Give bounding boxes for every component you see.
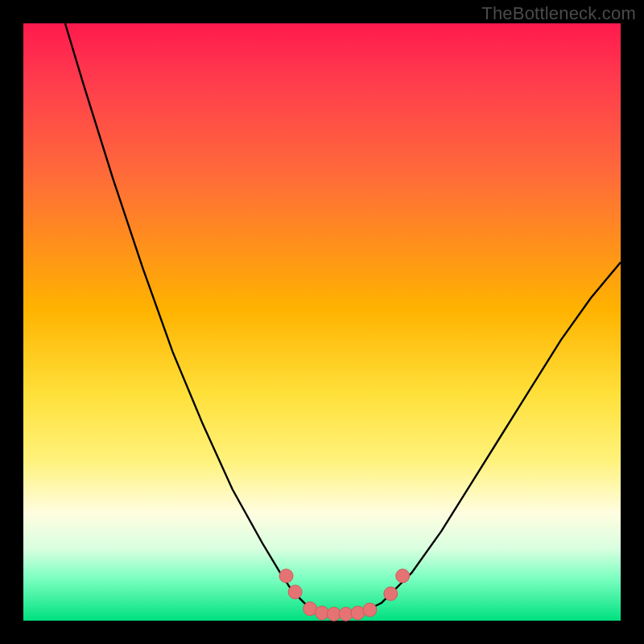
bottleneck-curve: [23, 23, 621, 621]
chart-frame: TheBottleneck.com: [0, 0, 644, 644]
curve-marker: [288, 585, 302, 599]
curve-markers: [279, 569, 410, 621]
plot-area: [23, 23, 621, 621]
curve-marker: [351, 606, 365, 620]
curve-line: [65, 23, 621, 615]
watermark-text: TheBottleneck.com: [481, 3, 636, 24]
curve-marker: [279, 569, 293, 583]
curve-marker: [363, 603, 377, 617]
curve-marker: [396, 569, 410, 583]
curve-marker: [384, 587, 398, 601]
